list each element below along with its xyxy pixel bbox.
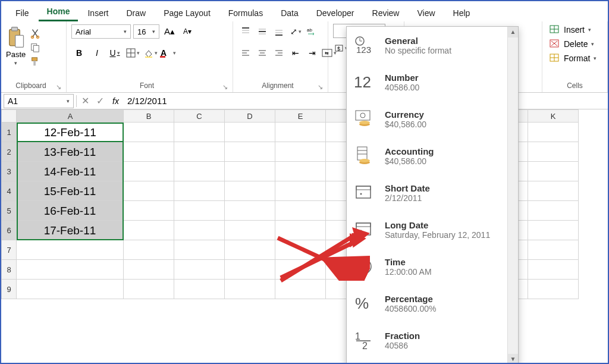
format-option-fraction[interactable]: 12Fraction40586 xyxy=(347,322,518,359)
column-headers[interactable]: ABCDEJK xyxy=(17,109,608,123)
cell[interactable] xyxy=(225,240,275,260)
cell[interactable] xyxy=(124,142,174,162)
cell[interactable]: 13-Feb-11 xyxy=(17,142,124,162)
font-name-select[interactable]: Arial▾ xyxy=(71,24,131,39)
cell[interactable] xyxy=(225,162,275,181)
cell[interactable] xyxy=(528,280,579,299)
column-header-B[interactable]: B xyxy=(124,109,174,123)
borders-button[interactable]: ▾ xyxy=(125,45,140,61)
name-box[interactable]: A1▾ xyxy=(4,94,74,108)
cell[interactable]: 17-Feb-11 xyxy=(17,221,124,240)
cell[interactable] xyxy=(174,280,225,299)
font-color-button[interactable]: A▾ xyxy=(161,45,176,61)
cell[interactable] xyxy=(124,280,174,299)
cell[interactable] xyxy=(174,142,225,162)
cancel-formula-button[interactable]: ✕ xyxy=(81,95,89,106)
tab-view[interactable]: View xyxy=(409,5,443,21)
format-option-accounting[interactable]: Accounting$40,586.00 xyxy=(347,137,518,174)
cell[interactable] xyxy=(528,221,579,240)
format-cells-button[interactable]: Format▾ xyxy=(547,52,599,64)
cut-button[interactable] xyxy=(29,27,41,39)
cell[interactable] xyxy=(17,260,124,280)
column-header-E[interactable]: E xyxy=(275,109,326,123)
column-header-C[interactable]: C xyxy=(174,109,225,123)
cell[interactable] xyxy=(174,162,225,181)
increase-indent-button[interactable]: ⇥ xyxy=(304,45,320,61)
delete-cells-button[interactable]: Delete▾ xyxy=(547,38,599,50)
cell[interactable] xyxy=(124,221,174,240)
tab-home[interactable]: Home xyxy=(39,3,79,21)
fx-icon[interactable]: fx xyxy=(112,96,119,106)
cell[interactable] xyxy=(528,123,579,142)
confirm-formula-button[interactable]: ✓ xyxy=(96,95,104,106)
tab-formulas[interactable]: Formulas xyxy=(220,5,271,21)
cell[interactable] xyxy=(275,240,326,260)
tab-developer[interactable]: Developer xyxy=(308,5,363,21)
row-header[interactable]: 9 xyxy=(1,280,17,299)
cell[interactable] xyxy=(124,123,174,142)
cell[interactable] xyxy=(275,162,326,181)
row-header[interactable]: 6 xyxy=(1,221,17,240)
format-painter-button[interactable] xyxy=(29,56,41,68)
cell[interactable] xyxy=(174,201,225,221)
cell[interactable] xyxy=(275,181,326,201)
cell[interactable] xyxy=(17,240,124,260)
tab-draw[interactable]: Draw xyxy=(118,5,154,21)
paste-button[interactable]: Paste ▾ xyxy=(6,24,26,66)
orientation-button[interactable]: ⤢▾ xyxy=(288,24,303,39)
row-header[interactable]: 4 xyxy=(1,181,17,201)
row-header[interactable]: 1 xyxy=(1,123,17,142)
cell[interactable] xyxy=(528,181,579,201)
copy-button[interactable] xyxy=(29,42,41,54)
align-bottom-button[interactable] xyxy=(271,24,287,39)
cell[interactable] xyxy=(528,260,579,280)
row-header[interactable]: 7 xyxy=(1,240,17,260)
cell[interactable] xyxy=(528,201,579,221)
cell[interactable] xyxy=(275,221,326,240)
decrease-font-button[interactable]: A▾ xyxy=(180,24,195,39)
insert-cells-button[interactable]: Insert▾ xyxy=(547,24,599,36)
scroll-down-button[interactable]: ▼ xyxy=(508,354,518,364)
format-option-short-date[interactable]: Short Date2/12/2011 xyxy=(347,174,518,211)
cell[interactable] xyxy=(174,123,225,142)
cell[interactable]: 15-Feb-11 xyxy=(17,181,124,201)
cell[interactable] xyxy=(275,123,326,142)
tab-help[interactable]: Help xyxy=(445,5,479,21)
cell[interactable] xyxy=(225,280,275,299)
cell[interactable] xyxy=(225,181,275,201)
cell[interactable] xyxy=(225,221,275,240)
align-right-button[interactable] xyxy=(271,45,287,61)
italic-button[interactable]: I xyxy=(89,45,105,61)
clipboard-launcher[interactable]: ↘ xyxy=(56,83,61,91)
cell[interactable] xyxy=(174,181,225,201)
tab-page-layout[interactable]: Page Layout xyxy=(155,5,219,21)
column-header-K[interactable]: K xyxy=(528,109,579,123)
cell[interactable] xyxy=(225,260,275,280)
column-header-D[interactable]: D xyxy=(225,109,275,123)
cell[interactable] xyxy=(124,181,174,201)
align-middle-button[interactable] xyxy=(255,24,270,39)
cell[interactable] xyxy=(275,201,326,221)
format-option-general[interactable]: 123GeneralNo specific format xyxy=(347,27,518,64)
font-size-select[interactable]: 16▾ xyxy=(133,24,159,39)
column-header-A[interactable]: A xyxy=(17,109,124,123)
bold-button[interactable]: B xyxy=(71,45,87,61)
cell[interactable] xyxy=(124,260,174,280)
wrap-text-button[interactable]: ab xyxy=(304,24,320,39)
row-header[interactable]: 3 xyxy=(1,162,17,181)
format-option-time[interactable]: Time12:00:00 AM xyxy=(347,248,518,285)
format-option-currency[interactable]: Currency$40,586.00 xyxy=(347,101,518,137)
tab-insert[interactable]: Insert xyxy=(79,5,117,21)
row-header[interactable]: 2 xyxy=(1,142,17,162)
align-top-button[interactable] xyxy=(238,24,253,39)
tab-file[interactable]: File xyxy=(7,5,37,21)
cell[interactable] xyxy=(225,142,275,162)
cell[interactable] xyxy=(225,201,275,221)
cell[interactable]: 16-Feb-11 xyxy=(17,201,124,221)
row-header[interactable]: 5 xyxy=(1,201,17,221)
cell[interactable] xyxy=(528,142,579,162)
format-option-long-date[interactable]: Long DateSaturday, February 12, 2011 xyxy=(347,211,518,248)
alignment-launcher[interactable]: ↘ xyxy=(318,83,323,91)
underline-button[interactable]: U▾ xyxy=(107,45,123,61)
cell[interactable] xyxy=(174,221,225,240)
